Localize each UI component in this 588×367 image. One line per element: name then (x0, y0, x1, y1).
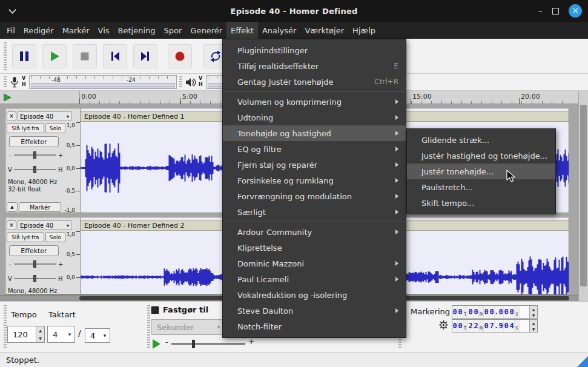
track-menu-dropdown[interactable]: Episode 40 ▾ (18, 220, 71, 230)
menubar-item-generér[interactable]: Generér (186, 22, 226, 39)
menu-item-tilføj-realtidseffekter[interactable]: Tilføj realtidseffekterE (223, 58, 406, 74)
time-digit[interactable]: 9 (498, 320, 504, 332)
field-spinner[interactable]: ▲▼ (529, 306, 537, 318)
select-button[interactable]: Markér (19, 202, 61, 212)
skip-to-end-button[interactable] (133, 44, 157, 68)
menubar-item-fil[interactable]: Fil (2, 22, 19, 39)
menu-item-gentag-justér-tonehøjde[interactable]: Gentag Justér tonehøjdeCtrl+R (223, 74, 406, 90)
slider-thumb[interactable] (33, 166, 36, 173)
menubar-item-spor[interactable]: Spor (160, 22, 187, 39)
time-digit[interactable]: 0 (498, 306, 504, 318)
time-digit[interactable]: 0 (452, 306, 458, 318)
time-digit[interactable]: 0 (504, 306, 509, 318)
selection-start-field[interactable]: 00t00m00.000s▲▼ (452, 305, 538, 319)
track-close-button[interactable]: × (7, 220, 16, 230)
slider-thumb[interactable] (33, 260, 36, 268)
timesig-upper-select[interactable]: 4▾ (47, 326, 75, 343)
menu-item-dominic-mazzoni[interactable]: Dominic Mazzoni (223, 256, 406, 271)
maximize-button[interactable] (552, 8, 559, 15)
menu-item-forvrængning-og-modulation[interactable]: Forvrængning og modulation (223, 188, 406, 204)
stop-button[interactable] (73, 44, 97, 68)
playhead-pin-icon[interactable] (4, 94, 12, 102)
time-digit[interactable]: 4 (509, 320, 515, 332)
record-button[interactable] (168, 44, 192, 68)
selection-end-field[interactable]: 00t22m07.904s▲▼ (452, 319, 538, 332)
playback-speed-slider[interactable] (171, 340, 245, 348)
time-digit[interactable]: 0 (458, 320, 463, 332)
track-menu-dropdown[interactable]: Episode 40 ▾ (18, 111, 71, 121)
menubar-item-hjælp[interactable]: Hjælp (348, 22, 380, 39)
menubar-item-betjening[interactable]: Betjening (114, 22, 160, 39)
play-button[interactable] (42, 44, 67, 68)
slider-thumb[interactable] (33, 151, 36, 159)
solo-button[interactable]: Solo (45, 123, 65, 133)
track-close-button[interactable]: × (7, 111, 16, 121)
gain-slider[interactable] (14, 260, 56, 268)
effects-button[interactable]: Effekter (9, 136, 59, 147)
menu-item-kliprettelse[interactable]: Kliprettelse (223, 240, 406, 256)
pan-slider[interactable] (14, 165, 56, 174)
time-digit[interactable]: 0 (458, 306, 463, 318)
time-digit[interactable]: 0 (468, 306, 474, 318)
snap-checkbox[interactable]: Fastgør til (151, 305, 208, 314)
toolbar-grip[interactable] (147, 305, 150, 348)
menu-item-justér-tonehøjde[interactable]: Justér tonehøjde... (407, 164, 555, 179)
recording-meter[interactable]: -48 -24 (29, 75, 177, 89)
menu-item-paul-licameli[interactable]: Paul Licameli (223, 271, 406, 287)
menubar-item-analysér[interactable]: Analysér (258, 22, 301, 39)
vertical-scrollbar-thumb[interactable] (580, 105, 587, 286)
effects-button[interactable]: Effekter (9, 245, 59, 256)
tempo-value[interactable]: 120 (8, 326, 36, 342)
menubar-item-redigér[interactable]: Redigér (19, 22, 58, 39)
menu-item-særligt[interactable]: Særligt (223, 204, 406, 220)
menubar-item-effekt[interactable]: Effekt (226, 22, 258, 39)
time-digit[interactable]: 0 (452, 320, 458, 332)
menu-item-steve-daulton[interactable]: Steve Daulton (223, 303, 406, 319)
menu-item-notch-filter[interactable]: Notch-filter (223, 319, 406, 334)
field-spinner[interactable]: ▲▼ (529, 320, 537, 332)
toolbar-grip[interactable] (4, 76, 7, 88)
time-digit[interactable]: 0 (504, 320, 509, 332)
toolbar-grip[interactable] (179, 76, 182, 88)
menu-item-skift-tempo[interactable]: Skift tempo... (407, 195, 555, 211)
menu-item-eq-og-filtre[interactable]: EQ og filtre (223, 141, 406, 157)
time-digit[interactable]: 0 (474, 306, 479, 318)
menubar-item-vis[interactable]: Vis (94, 22, 114, 39)
solo-button[interactable]: Solo (45, 232, 65, 242)
skip-to-start-button[interactable] (103, 44, 127, 68)
mute-button[interactable]: Slå lyd fra (7, 232, 44, 242)
minimize-button[interactable]: – (538, 6, 543, 16)
toolbar-grip[interactable] (4, 42, 7, 70)
time-digit[interactable]: 2 (474, 320, 479, 332)
vertical-scale-ruler[interactable]: 1,00,50,0-0,5-1,0 (63, 231, 80, 295)
vertical-scrollbar[interactable] (578, 91, 588, 301)
menu-item-volumen-og-komprimering[interactable]: Volumen og komprimering (223, 94, 406, 110)
menu-item-fjern-støj-og-reparér[interactable]: Fjern støj og reparér (223, 157, 406, 173)
gain-slider[interactable] (14, 151, 56, 159)
pause-button[interactable] (12, 44, 36, 68)
play-at-speed-button[interactable] (153, 339, 160, 349)
tempo-input[interactable]: 120 ▲▼ (7, 326, 45, 343)
close-button[interactable]: × (569, 4, 582, 18)
menubar-item-værktøjer[interactable]: Værktøjer (300, 22, 348, 39)
menu-item-pluginindstillinger[interactable]: Pluginindstillinger (223, 42, 406, 58)
menu-item-ardour-community[interactable]: Ardour Community (223, 224, 406, 240)
menu-item-forsinkelse-og-rumklang[interactable]: Forsinkelse og rumklang (223, 173, 406, 188)
slider-thumb[interactable] (192, 340, 195, 348)
menu-item-vokalreduktion-og-isolering[interactable]: Vokalreduktion og -isolering (223, 287, 406, 303)
collapse-button[interactable]: ▲ (7, 202, 18, 212)
menubar-item-markér[interactable]: Markér (58, 22, 94, 39)
time-digit[interactable]: 0 (484, 320, 489, 332)
pan-slider[interactable] (14, 274, 56, 283)
time-digit[interactable]: 2 (468, 320, 474, 332)
menu-item-glidende-stræk[interactable]: Glidende stræk... (407, 132, 555, 148)
time-digit[interactable]: 0 (509, 306, 515, 318)
timesig-lower-select[interactable]: 4▾ (85, 328, 110, 343)
time-digit[interactable]: 0 (484, 306, 489, 318)
window-resize-grip[interactable] (577, 356, 588, 367)
menu-item-tonehøjde-og-hastighed[interactable]: Tonehøjde og hastighed (223, 125, 406, 141)
vertical-scale-ruler[interactable]: 1,00,50,0-0,5-1,0 (63, 122, 80, 213)
menu-item-paulstretch[interactable]: Paulstretch... (407, 179, 555, 195)
mute-button[interactable]: Slå lyd fra (7, 123, 44, 133)
tempo-spinner[interactable]: ▲▼ (36, 326, 44, 342)
